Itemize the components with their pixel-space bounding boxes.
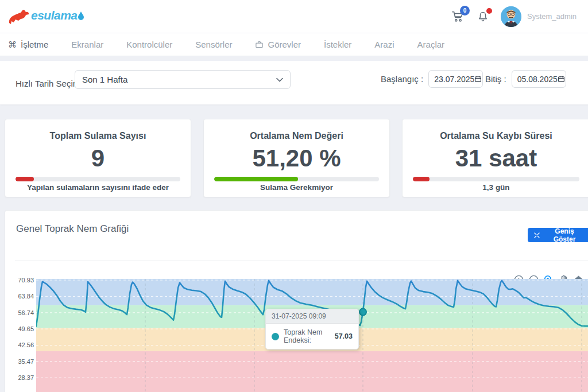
- quick-date-value: Son 1 Hafta: [82, 75, 127, 84]
- stat-title: Ortalama Su Kaybı Süresi: [413, 131, 579, 141]
- end-date-input[interactable]: 05.08.2025: [512, 70, 566, 88]
- start-date-value: 23.07.2025: [434, 75, 474, 84]
- nav-label: Araçlar: [417, 40, 445, 49]
- nav-item-ekranlar[interactable]: Ekranlar: [71, 40, 103, 49]
- end-date-label: Bitiş :: [485, 74, 506, 84]
- stat-title: Toplam Sulama Sayısı: [16, 131, 180, 141]
- date-filter-bar: Hızlı Tarih Seçimi : Son 1 Hafta Başlang…: [0, 61, 588, 104]
- expand-chart-button[interactable]: Geniş Göster: [528, 228, 588, 242]
- notification-dot: [486, 8, 492, 14]
- stat-card-water-loss: Ortalama Su Kaybı Süresi 31 saat 1,3 gün: [402, 119, 588, 197]
- brand-logo[interactable]: esulama: [7, 6, 84, 25]
- notifications-button[interactable]: [475, 9, 490, 24]
- series-dot-icon: [272, 333, 279, 340]
- briefcase-icon: [255, 40, 264, 49]
- nav-item-arazi[interactable]: Arazi: [374, 40, 394, 49]
- stat-caption: 1,3 gün: [413, 183, 579, 192]
- y-tick-label: 28.37: [18, 374, 34, 381]
- stat-progress-fill: [413, 177, 430, 181]
- stat-title: Ortalama Nem Değeri: [214, 131, 379, 141]
- expand-icon: [533, 232, 540, 239]
- chart-title: Genel Toprak Nem Grafiği: [16, 223, 129, 235]
- nav-label: Görevler: [268, 40, 301, 49]
- y-tick-label: 70.93: [18, 277, 34, 284]
- nav-label: İstekler: [324, 40, 351, 49]
- cart-badge: 0: [460, 6, 470, 15]
- tooltip-datetime: 31-07-2025 09:09: [266, 309, 358, 324]
- nav-label: Ekranlar: [71, 40, 103, 49]
- tooltip-value: 57.03: [335, 332, 353, 340]
- start-date-label: Başlangıç :: [381, 74, 423, 84]
- water-drop-icon: [78, 11, 84, 20]
- chart-tooltip: 31-07-2025 09:09 Toprak Nem Endeksi: 57.…: [265, 309, 359, 350]
- nav-label: Arazi: [374, 40, 394, 49]
- cart-button[interactable]: 0: [450, 9, 465, 24]
- stat-progress-track: [413, 177, 579, 181]
- avatar[interactable]: [501, 6, 521, 27]
- nav-item-kontrolculer[interactable]: Kontrolcüler: [126, 40, 172, 49]
- soil-moisture-card: Genel Toprak Nem Grafiği Geniş Göster: [5, 210, 588, 392]
- command-icon: ⌘: [8, 40, 17, 49]
- stat-value: 51,20 %: [214, 146, 379, 171]
- divider: [15, 261, 588, 261]
- y-axis-labels: 70.9363.8456.7449.6542.5635.4728.3721.28: [5, 279, 34, 392]
- y-tick-label: 56.74: [18, 309, 34, 316]
- calendar-icon: [558, 75, 565, 83]
- quick-date-select[interactable]: Son 1 Hafta: [75, 70, 291, 89]
- stat-progress-fill: [214, 177, 298, 181]
- stat-card-total-irrigation: Toplam Sulama Sayısı 9 Yapılan sulamalar…: [5, 119, 191, 197]
- expand-button-label: Geniş Göster: [544, 227, 585, 243]
- username: System_admin: [527, 12, 577, 21]
- y-tick-label: 42.56: [18, 341, 34, 348]
- y-tick-label: 35.47: [18, 358, 34, 365]
- end-date-value: 05.08.2025: [517, 75, 558, 84]
- main-nav: ⌘ İşletme Ekranlar Kontrolcüler Sensörle…: [0, 33, 588, 56]
- nav-item-araclar[interactable]: Araçlar: [417, 40, 445, 49]
- stat-card-avg-moisture: Ortalama Nem Değeri 51,20 % Sulama Gerek…: [203, 119, 390, 197]
- nav-item-istekler[interactable]: İstekler: [324, 40, 351, 49]
- start-date-input[interactable]: 23.07.2025: [428, 70, 483, 88]
- top-header: esulama 0: [0, 0, 588, 33]
- stat-caption: Yapılan sulamaların sayısını ifade eder: [16, 183, 180, 192]
- end-date-group: Bitiş : 05.08.2025: [485, 70, 566, 88]
- tooltip-series-label: Toprak Nem Endeksi:: [284, 328, 330, 344]
- chevron-down-icon: [276, 77, 283, 82]
- calendar-icon: [474, 75, 482, 83]
- stat-value: 9: [16, 146, 180, 171]
- brand-name: esulama: [31, 9, 78, 22]
- stat-progress-track: [16, 177, 180, 181]
- nav-label: İşletme: [21, 40, 48, 49]
- horse-logo-icon: [7, 6, 30, 25]
- nav-item-sensorler[interactable]: Sensörler: [195, 40, 232, 49]
- stat-progress-fill: [16, 177, 34, 181]
- stat-progress-track: [214, 177, 379, 181]
- stat-caption: Sulama Gerekmiyor: [214, 183, 379, 192]
- nav-label: Kontrolcüler: [126, 40, 172, 49]
- y-tick-label: 63.84: [18, 293, 34, 300]
- nav-item-isletme[interactable]: ⌘ İşletme: [8, 40, 48, 49]
- start-date-group: Başlangıç : 23.07.2025: [381, 70, 483, 88]
- nav-item-gorevler[interactable]: Görevler: [255, 40, 301, 49]
- y-tick-label: 49.65: [18, 325, 34, 332]
- stat-value: 31 saat: [413, 146, 579, 171]
- nav-label: Sensörler: [195, 40, 232, 49]
